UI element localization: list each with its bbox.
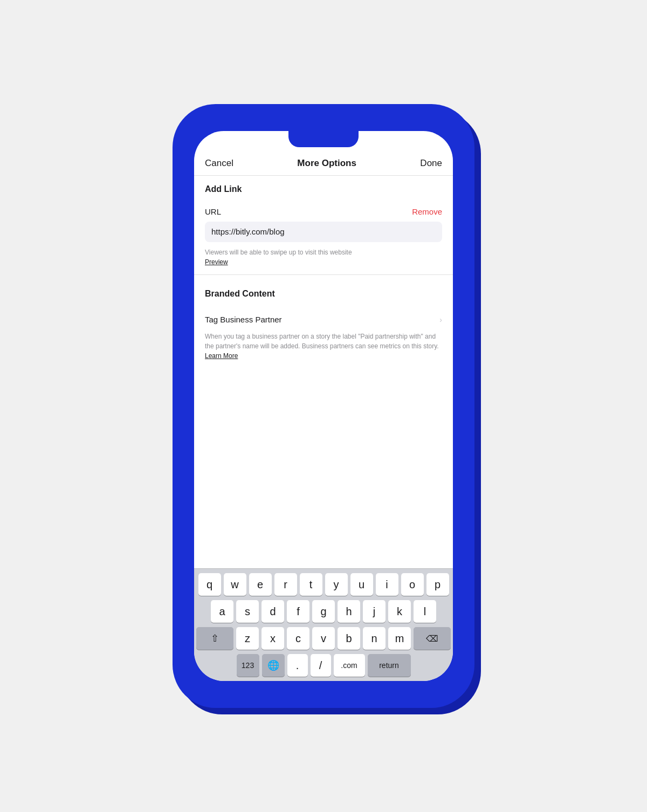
key-j[interactable]: j [363, 600, 386, 623]
preview-link[interactable]: Preview [205, 258, 228, 266]
key-n[interactable]: n [363, 627, 386, 650]
keyboard-row-1: q w e r t y u i o p [196, 573, 451, 596]
nav-bar: Cancel More Options Done [194, 153, 453, 176]
keyboard-row-4: 123 🌐 . / .com return [196, 654, 451, 677]
section-divider [194, 274, 453, 275]
phone-outer: Cancel More Options Done Add Link URL Re… [173, 104, 474, 708]
key-e[interactable]: e [249, 573, 272, 596]
url-row: URL Remove [194, 204, 453, 219]
branded-description: When you tag a business partner on a sto… [194, 331, 453, 365]
branded-description-text: When you tag a business partner on a sto… [205, 333, 439, 350]
key-y[interactable]: y [325, 573, 348, 596]
spacer [194, 365, 453, 568]
keyboard-row-3: ⇧ z x c v b n m ⌫ [196, 627, 451, 650]
learn-more-link[interactable]: Learn More [205, 352, 238, 360]
key-dot[interactable]: . [287, 654, 308, 677]
url-input-area[interactable]: https://bitly.com/blog [205, 222, 442, 242]
key-dotcom[interactable]: .com [334, 654, 365, 677]
branded-content-title: Branded Content [205, 289, 442, 299]
key-g[interactable]: g [312, 600, 335, 623]
key-w[interactable]: w [224, 573, 246, 596]
phone-inner: Cancel More Options Done Add Link URL Re… [194, 131, 453, 681]
phone-notch [288, 131, 359, 147]
helper-text: Viewers will be able to swipe up to visi… [205, 249, 352, 256]
key-l[interactable]: l [414, 600, 436, 623]
shift-key[interactable]: ⇧ [196, 627, 233, 650]
url-value: https://bitly.com/blog [211, 227, 285, 236]
add-link-title: Add Link [205, 184, 442, 194]
key-t[interactable]: t [300, 573, 322, 596]
key-slash[interactable]: / [311, 654, 331, 677]
helper-text-area: Viewers will be able to swipe up to visi… [194, 245, 453, 269]
keyboard-row-2: a s d f g h j k l [196, 600, 451, 623]
key-p[interactable]: p [426, 573, 449, 596]
key-f[interactable]: f [287, 600, 309, 623]
key-a[interactable]: a [211, 600, 233, 623]
remove-button[interactable]: Remove [412, 207, 442, 216]
key-v[interactable]: v [312, 627, 335, 650]
key-k[interactable]: k [388, 600, 411, 623]
key-c[interactable]: c [287, 627, 309, 650]
key-s[interactable]: s [236, 600, 259, 623]
key-x[interactable]: x [261, 627, 284, 650]
page-wrapper: Cancel More Options Done Add Link URL Re… [0, 0, 647, 812]
screen-content: Cancel More Options Done Add Link URL Re… [194, 131, 453, 681]
key-u[interactable]: u [350, 573, 373, 596]
add-link-section: Add Link [194, 176, 453, 204]
key-i[interactable]: i [376, 573, 398, 596]
delete-key[interactable]: ⌫ [414, 627, 451, 650]
tag-partner-label: Tag Business Partner [205, 315, 282, 324]
key-b[interactable]: b [338, 627, 360, 650]
key-q[interactable]: q [198, 573, 221, 596]
key-h[interactable]: h [338, 600, 360, 623]
keyboard: q w e r t y u i o p a s [194, 568, 453, 681]
cancel-button[interactable]: Cancel [205, 158, 233, 169]
chevron-right-icon: › [439, 315, 442, 324]
done-button[interactable]: Done [420, 158, 442, 169]
key-m[interactable]: m [388, 627, 411, 650]
key-d[interactable]: d [261, 600, 284, 623]
tag-partner-row[interactable]: Tag Business Partner › [194, 308, 453, 331]
nav-title: More Options [297, 158, 356, 169]
branded-content-section: Branded Content [194, 280, 453, 308]
return-key[interactable]: return [368, 654, 411, 677]
key-o[interactable]: o [401, 573, 424, 596]
key-r[interactable]: r [274, 573, 297, 596]
key-123[interactable]: 123 [237, 654, 259, 677]
url-label: URL [205, 207, 221, 216]
key-z[interactable]: z [236, 627, 259, 650]
globe-key[interactable]: 🌐 [262, 654, 285, 677]
